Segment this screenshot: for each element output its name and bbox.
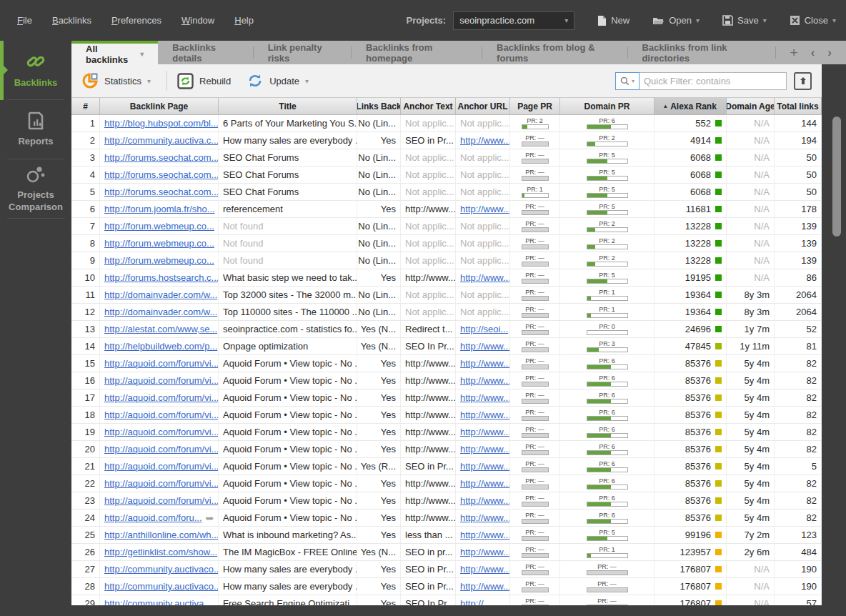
table-row[interactable]: 16http://aquoid.com/forum/vi...Aquoid Fo… bbox=[71, 372, 822, 389]
table-row[interactable]: 27http://community.auctivaco...How many … bbox=[71, 561, 822, 578]
column-header-alexa-rank[interactable]: ▴Alexa Rank bbox=[655, 97, 727, 115]
column-header-links-back[interactable]: Links Back bbox=[357, 97, 401, 115]
column-header-page-pr[interactable]: Page PR bbox=[510, 97, 560, 115]
backlink-page-link[interactable]: http://getlinklist.com/show... bbox=[104, 547, 217, 557]
column-header-domain-age[interactable]: Domain Age bbox=[727, 97, 775, 115]
backlink-page-link[interactable]: http://aquoid.com/forum/vi... bbox=[104, 495, 219, 506]
anchor-url-link[interactable]: http://www.... bbox=[460, 135, 510, 146]
backlink-page-link[interactable]: http://forum.joomla.fr/sho... bbox=[104, 204, 215, 214]
statistics-button[interactable]: Statistics ▾ bbox=[81, 72, 151, 89]
table-row[interactable]: 15http://aquoid.com/forum/vi...Aquoid Fo… bbox=[71, 355, 822, 372]
tab-link-penalty-risks[interactable]: Link penalty risks bbox=[254, 41, 351, 64]
scrollbar-thumb[interactable] bbox=[832, 116, 841, 237]
column-header-total-links[interactable]: Total links bbox=[775, 97, 822, 115]
table-row[interactable]: 5http://forums.seochat.com...SEO Chat Fo… bbox=[71, 184, 822, 201]
table-row[interactable]: 11http://domainvader.com/w...Top 32000 s… bbox=[71, 287, 822, 304]
table-row[interactable]: 10http://forums.hostsearch.c...What basi… bbox=[71, 269, 822, 287]
anchor-url-link[interactable]: http://www.... bbox=[460, 358, 510, 369]
column-header--[interactable]: # bbox=[71, 97, 100, 115]
export-button[interactable] bbox=[794, 72, 812, 90]
quick-filter-input[interactable] bbox=[640, 76, 786, 86]
anchor-url-link[interactable]: http://www.... bbox=[460, 512, 510, 523]
table-row[interactable]: 18http://aquoid.com/forum/vi...Aquoid Fo… bbox=[71, 407, 822, 424]
anchor-url-link[interactable]: http://seoi... bbox=[460, 324, 508, 334]
tab-backlinks-from-blog-forums[interactable]: Backlinks from blog & forums bbox=[482, 41, 627, 64]
anchor-url-link[interactable]: http://www.... bbox=[460, 409, 510, 420]
rebuild-button[interactable]: Rebuild bbox=[177, 73, 231, 89]
sidebar-item-backlinks[interactable]: Backlinks bbox=[7, 41, 64, 100]
table-row[interactable]: 22http://aquoid.com/forum/vi...Aquoid Fo… bbox=[71, 475, 822, 492]
table-row[interactable]: 17http://aquoid.com/forum/vi...Aquoid Fo… bbox=[71, 389, 822, 407]
filter-mode-button[interactable]: ▾ bbox=[615, 72, 640, 90]
backlink-page-link[interactable]: http://community.auctiva... bbox=[104, 598, 211, 605]
table-row[interactable]: 2http://community.auctiva.c...How many s… bbox=[71, 132, 822, 149]
backlink-page-link[interactable]: http://forums.seochat.com... bbox=[104, 169, 219, 180]
sidebar-item-projects-comparison[interactable]: Projects Comparison bbox=[7, 159, 64, 219]
backlink-page-link[interactable]: http://forum.webmeup.co... bbox=[104, 221, 214, 232]
backlink-page-link[interactable]: http://alestat.com/www,se... bbox=[104, 324, 217, 334]
anchor-url-link[interactable]: http://www.... bbox=[460, 581, 510, 592]
open-project-button[interactable]: Open ▾ bbox=[652, 15, 700, 26]
tab-backlinks-from-link-directories[interactable]: Backlinks from link directories bbox=[627, 41, 775, 64]
table-row[interactable]: 14http://helpbuildweb.com/p...Onpage opt… bbox=[71, 338, 822, 355]
backlink-page-link[interactable]: http://community.auctivaco... bbox=[104, 581, 219, 592]
new-project-button[interactable]: New bbox=[597, 15, 629, 26]
save-project-button[interactable]: Save ▾ bbox=[722, 15, 767, 26]
backlink-page-link[interactable]: http://anthillonline.com/wh... bbox=[104, 530, 219, 540]
menu-item-help[interactable]: Help bbox=[234, 15, 254, 26]
backlink-page-link[interactable]: http://community.auctiva.c... bbox=[104, 135, 219, 146]
vertical-scrollbar[interactable] bbox=[822, 64, 846, 616]
backlink-page-link[interactable]: http://forums.seochat.com... bbox=[104, 152, 219, 163]
anchor-url-link[interactable]: http://www.... bbox=[460, 341, 510, 352]
table-row[interactable]: 13http://alestat.com/www,se...seoinpract… bbox=[71, 321, 822, 338]
anchor-url-link[interactable]: http://www.... bbox=[460, 478, 510, 489]
menu-item-window[interactable]: Window bbox=[181, 15, 214, 26]
anchor-url-link[interactable]: http://www.... bbox=[460, 427, 510, 437]
table-row[interactable]: 9http://forum.webmeup.co...Not foundNo (… bbox=[71, 252, 822, 269]
backlink-page-link[interactable]: http://aquoid.com/forum/vi... bbox=[104, 461, 219, 472]
column-header-anchor-url[interactable]: Anchor URL bbox=[456, 97, 510, 115]
table-row[interactable]: 25http://anthillonline.com/wh...What is … bbox=[71, 527, 822, 544]
backlink-page-link[interactable]: http://aquoid.com/forum/vi... bbox=[104, 427, 219, 437]
backlink-page-link[interactable]: http://forums.seochat.com... bbox=[104, 187, 219, 197]
backlink-page-link[interactable]: http://aquoid.com/forum/vi... bbox=[104, 478, 219, 489]
table-row[interactable]: 29http://community.auctiva...Free Search… bbox=[71, 595, 822, 605]
tab-backlinks-details[interactable]: Backlinks details bbox=[158, 41, 253, 64]
tabs-scroll-right-button[interactable]: › bbox=[827, 46, 832, 60]
column-header-title[interactable]: Title bbox=[219, 97, 357, 115]
projects-dropdown[interactable]: seoinpractice.com ▾ bbox=[453, 11, 574, 30]
anchor-url-link[interactable]: http://www.... bbox=[460, 495, 510, 506]
table-row[interactable]: 6http://forum.joomla.fr/sho...referencem… bbox=[71, 201, 822, 218]
anchor-url-link[interactable]: http://www.... bbox=[460, 530, 510, 540]
table-row[interactable]: 19http://aquoid.com/forum/vi...Aquoid Fo… bbox=[71, 424, 822, 441]
table-row[interactable]: 7http://forum.webmeup.co...Not foundNo (… bbox=[71, 218, 822, 235]
backlink-page-link[interactable]: http://forums.hostsearch.c... bbox=[104, 272, 219, 283]
table-row[interactable]: 28http://community.auctivaco...How many … bbox=[71, 578, 822, 595]
table-row[interactable]: 24http://aquoid.com/foru...➥Aquoid Forum… bbox=[71, 510, 822, 527]
menu-item-backlinks[interactable]: Backlinks bbox=[52, 15, 91, 26]
column-header-anchor-text[interactable]: Anchor Text bbox=[401, 97, 456, 115]
menu-item-preferences[interactable]: Preferences bbox=[111, 15, 161, 26]
column-header-domain-pr[interactable]: Domain PR bbox=[560, 97, 655, 115]
tab-all-backlinks[interactable]: All backlinks▾ bbox=[71, 41, 158, 64]
table-row[interactable]: 1http://blog.hubspot.com/bl...6 Parts of… bbox=[71, 115, 822, 132]
table-row[interactable]: 21http://aquoid.com/forum/vi...Aquoid Fo… bbox=[71, 458, 822, 475]
anchor-url-link[interactable]: http://www.... bbox=[460, 392, 510, 403]
tab-backlinks-from-homepage[interactable]: Backlinks from homepage bbox=[352, 41, 482, 64]
backlink-page-link[interactable]: http://domainvader.com/w... bbox=[104, 307, 217, 317]
backlink-page-link[interactable]: http://helpbuildweb.com/p... bbox=[104, 341, 217, 352]
table-row[interactable]: 4http://forums.seochat.com...SEO Chat Fo… bbox=[71, 167, 822, 184]
anchor-url-link[interactable]: http://www.... bbox=[460, 204, 510, 214]
table-row[interactable]: 12http://domainvader.com/w...Top 110000 … bbox=[71, 304, 822, 321]
anchor-url-link[interactable]: http://www.... bbox=[460, 547, 510, 557]
backlink-page-link[interactable]: http://aquoid.com/forum/vi... bbox=[104, 358, 219, 369]
update-button[interactable]: Update ▾ bbox=[247, 72, 309, 89]
anchor-url-link[interactable]: http://... bbox=[460, 598, 491, 605]
anchor-url-link[interactable]: http://www.... bbox=[460, 461, 510, 472]
backlink-page-link[interactable]: http://forum.webmeup.co... bbox=[104, 238, 214, 249]
anchor-url-link[interactable]: http://www.... bbox=[460, 375, 510, 386]
backlink-page-link[interactable]: http://aquoid.com/forum/vi... bbox=[104, 409, 219, 420]
tabs-scroll-left-button[interactable]: ‹ bbox=[811, 46, 815, 60]
anchor-url-link[interactable]: http://www.... bbox=[460, 272, 510, 283]
backlink-page-link[interactable]: http://aquoid.com/foru... bbox=[104, 512, 202, 523]
